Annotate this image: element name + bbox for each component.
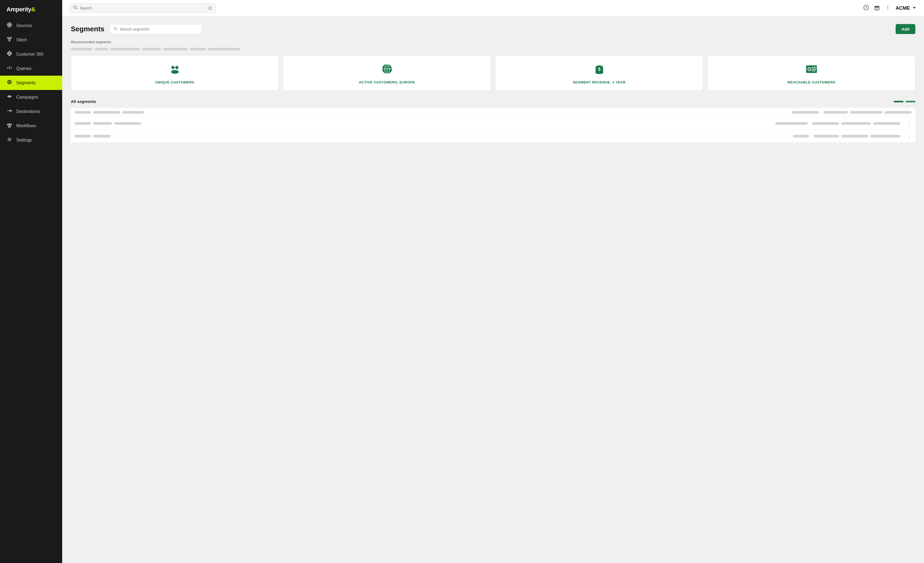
skel-5 bbox=[813, 135, 839, 138]
skel-1 bbox=[75, 135, 91, 138]
loading-chunk-3 bbox=[110, 48, 140, 51]
table-row[interactable] bbox=[71, 108, 915, 117]
add-segment-button[interactable]: Add bbox=[896, 24, 915, 34]
skel-5 bbox=[812, 122, 839, 125]
logo-symbol: & bbox=[31, 6, 35, 13]
app-logo: Amperity& bbox=[0, 0, 62, 18]
skel-2 bbox=[93, 111, 120, 114]
sidebar: Amperity& Sources Stitch Customer 360 Q bbox=[0, 0, 62, 563]
skel-7 bbox=[870, 135, 900, 138]
segment-revenue-icon: $ bbox=[594, 63, 605, 77]
loading-indicator bbox=[71, 48, 915, 51]
row-right-group bbox=[824, 111, 912, 114]
global-search-input[interactable] bbox=[80, 6, 206, 10]
sidebar-item-settings[interactable]: Settings bbox=[0, 133, 62, 147]
queries-icon bbox=[6, 65, 12, 72]
sidebar-item-customer360[interactable]: Customer 360 bbox=[0, 47, 62, 61]
skel-1 bbox=[75, 122, 91, 125]
skel-2 bbox=[93, 135, 111, 138]
view-toggle-grid[interactable] bbox=[906, 101, 915, 102]
view-toggle-list[interactable] bbox=[894, 101, 903, 102]
row-menu-button[interactable]: ⋮ bbox=[907, 120, 912, 126]
search-slash-key: / bbox=[208, 6, 212, 10]
svg-line-36 bbox=[116, 29, 118, 30]
more-options-icon[interactable] bbox=[885, 4, 891, 12]
skel-4 bbox=[793, 135, 809, 138]
all-segments-header: All segments bbox=[71, 99, 915, 104]
loading-chunk-5 bbox=[163, 48, 188, 51]
table-row[interactable]: ⋮ bbox=[71, 130, 915, 143]
svg-point-40 bbox=[174, 68, 176, 70]
svg-point-39 bbox=[171, 70, 179, 74]
sidebar-nav: Sources Stitch Customer 360 Queries Segm bbox=[0, 18, 62, 563]
view-toggles bbox=[894, 101, 915, 102]
sidebar-item-queries[interactable]: Queries bbox=[0, 61, 62, 76]
loading-chunk-2 bbox=[94, 48, 108, 51]
row-meta-group bbox=[792, 111, 819, 114]
svg-point-24 bbox=[9, 139, 10, 140]
skel-6 bbox=[841, 122, 871, 125]
stitch-label: Stitch bbox=[16, 37, 27, 42]
svg-rect-19 bbox=[10, 124, 12, 125]
svg-point-35 bbox=[114, 27, 117, 29]
page-header: Segments Add bbox=[71, 24, 915, 34]
segments-table: ⋮ ⋮ bbox=[71, 108, 915, 143]
unique-customers-icon bbox=[169, 63, 181, 77]
sidebar-item-stitch[interactable]: Stitch bbox=[0, 33, 62, 47]
all-segments-label: All segments bbox=[71, 99, 96, 104]
row-name-group bbox=[75, 122, 771, 125]
card-segment-revenue-1year[interactable]: $ SEGMENT REVENUE, 1 YEAR bbox=[495, 55, 703, 90]
account-selector[interactable]: ACME bbox=[896, 5, 916, 11]
active-customers-europe-label: ACTIVE CUSTOMERS, EUROPE bbox=[359, 80, 415, 84]
skel-2 bbox=[93, 122, 112, 125]
unique-customers-label: UNIQUE CUSTOMERS bbox=[155, 80, 194, 84]
table-row[interactable]: ⋮ bbox=[71, 117, 915, 130]
loading-chunk-4 bbox=[142, 48, 161, 51]
skel-6 bbox=[850, 111, 882, 114]
segment-search-input[interactable] bbox=[120, 27, 198, 31]
sidebar-item-segments[interactable]: Segments bbox=[0, 76, 62, 90]
page-content-area: Segments Add Recommended segments bbox=[62, 16, 924, 563]
svg-rect-18 bbox=[7, 124, 9, 125]
workflows-label: Workflows bbox=[16, 123, 36, 128]
global-search-bar[interactable]: / bbox=[70, 3, 216, 13]
skel-7 bbox=[873, 122, 900, 125]
svg-point-16 bbox=[9, 96, 10, 97]
active-customers-europe-icon bbox=[381, 63, 393, 77]
card-reachable-customers[interactable]: REACHABLE CUSTOMERS bbox=[708, 55, 915, 90]
row-right-group bbox=[812, 122, 900, 125]
loading-chunk-1 bbox=[71, 48, 93, 51]
svg-point-25 bbox=[74, 6, 76, 8]
skel-7 bbox=[885, 111, 912, 114]
help-icon[interactable]: ? bbox=[863, 4, 869, 12]
svg-text:?: ? bbox=[865, 6, 867, 10]
sidebar-item-sources[interactable]: Sources bbox=[0, 18, 62, 33]
campaigns-icon bbox=[6, 94, 12, 100]
row-menu-button[interactable]: ⋮ bbox=[907, 133, 912, 139]
main-content: / ? ACME Segments bbox=[62, 0, 924, 563]
skel-6 bbox=[841, 135, 868, 138]
svg-rect-23 bbox=[8, 126, 10, 127]
svg-line-9 bbox=[10, 38, 10, 40]
row-meta-group bbox=[776, 122, 808, 125]
campaigns-label: Campaigns bbox=[16, 95, 38, 100]
sidebar-item-campaigns[interactable]: Campaigns bbox=[0, 90, 62, 104]
skel-3 bbox=[114, 122, 141, 125]
card-unique-customers[interactable]: UNIQUE CUSTOMERS bbox=[71, 55, 279, 90]
segments-icon bbox=[6, 79, 12, 86]
reachable-customers-label: REACHABLE CUSTOMERS bbox=[788, 80, 836, 84]
sidebar-item-workflows[interactable]: Workflows bbox=[0, 118, 62, 133]
segment-search-bar[interactable] bbox=[110, 24, 202, 34]
gift-icon[interactable] bbox=[874, 4, 880, 12]
card-active-customers-europe[interactable]: ACTIVE CUSTOMERS, EUROPE bbox=[283, 55, 491, 90]
row-name-group bbox=[75, 111, 788, 114]
account-name: ACME bbox=[896, 5, 910, 11]
destinations-label: Destinations bbox=[16, 109, 40, 114]
queries-label: Queries bbox=[16, 66, 32, 71]
row-name-group bbox=[75, 135, 789, 138]
stitch-icon bbox=[6, 36, 12, 43]
customer360-icon bbox=[6, 51, 12, 58]
sidebar-item-destinations[interactable]: Destinations bbox=[0, 104, 62, 118]
svg-point-49 bbox=[808, 68, 810, 70]
row-meta-group bbox=[793, 135, 809, 138]
